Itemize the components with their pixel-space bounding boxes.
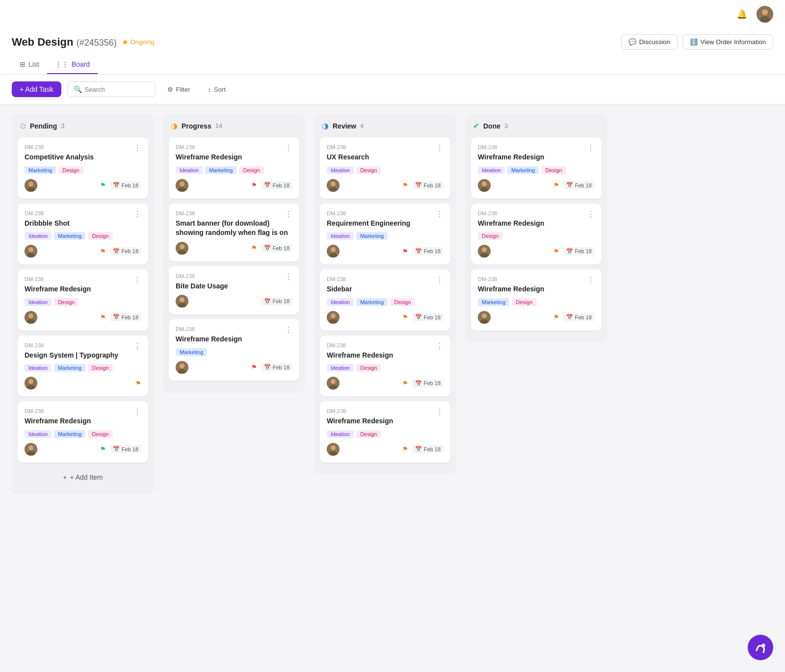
tag-design: Design	[390, 298, 415, 306]
tab-board[interactable]: ⋮⋮ Board	[47, 55, 98, 74]
order-info-button[interactable]: ℹ️ View Order Information	[682, 34, 773, 50]
card-header-row: DM-238 ⋮	[176, 144, 292, 153]
card[interactable]: DM-238 ⋮ Wireframe Redesign IdeationMark…	[471, 137, 602, 199]
card-header-row: DM-238 ⋮	[25, 342, 141, 351]
date-text: Feb 18	[273, 245, 289, 251]
status-dot	[123, 40, 128, 45]
card-menu-button[interactable]: ⋮	[133, 275, 141, 284]
tag-design: Design	[541, 166, 566, 174]
sort-button[interactable]: ↕ Sort	[202, 82, 232, 97]
card[interactable]: DM-238 ⋮ UX Research IdeationDesign ⚑ 📅F…	[320, 137, 450, 199]
card-footer: ⚑ 📅Feb 18	[25, 311, 141, 324]
date-badge: 📅Feb 18	[261, 181, 292, 189]
card-avatar	[176, 295, 188, 308]
tag-design: Design	[356, 364, 381, 372]
card-id: DM-238	[25, 210, 44, 216]
flag-icon: ⚑	[553, 313, 559, 321]
svg-point-28	[180, 363, 184, 368]
card-avatar	[25, 179, 37, 192]
card-menu-button[interactable]: ⋮	[436, 275, 444, 284]
card-header-row: DM-238 ⋮	[25, 210, 141, 219]
filter-label: Filter	[176, 86, 190, 93]
svg-point-34	[331, 247, 336, 252]
card-id: DM-238	[478, 276, 497, 282]
card-footer: ⚑ 📅Feb 18	[478, 245, 595, 258]
card-avatar	[327, 443, 340, 456]
card-footer: ⚑ 📅Feb 18	[327, 179, 444, 192]
card[interactable]: DM-238 ⋮ Wireframe Redesign Marketing ⚑ …	[169, 319, 299, 381]
column-progress: ◑ Progress 14 DM-238 ⋮ Wireframe Redesig…	[163, 114, 305, 392]
card-menu-button[interactable]: ⋮	[587, 209, 595, 219]
add-task-button[interactable]: + Add Task	[12, 81, 61, 97]
card-menu-button[interactable]: ⋮	[285, 143, 292, 153]
calendar-icon: 📅	[113, 248, 120, 255]
tag-design: Design	[512, 298, 536, 306]
card[interactable]: DM-238 ⋮ Bite Date Usage 📅Feb 18	[169, 266, 299, 315]
flag-icon: ⚑	[402, 248, 408, 255]
flag-icon: ⚑	[553, 181, 559, 189]
notification-icon[interactable]: 🔔	[734, 6, 750, 22]
card-menu-button[interactable]: ⋮	[285, 272, 292, 282]
card[interactable]: DM-238 ⋮ Wireframe Redesign IdeationDesi…	[18, 269, 148, 331]
card[interactable]: DM-238 ⋮ Competitive Analysis MarketingD…	[18, 137, 148, 199]
card-tags: IdeationMarketing	[327, 232, 444, 240]
search-input[interactable]	[85, 86, 144, 93]
calendar-icon: 📅	[415, 446, 422, 452]
card-avatar	[327, 377, 340, 389]
card-menu-button[interactable]: ⋮	[587, 275, 595, 284]
tag-ideation: Ideation	[176, 166, 203, 174]
search-box[interactable]: 🔍	[67, 81, 156, 97]
card[interactable]: DM-238 ⋮ Dribbble Shot IdeationMarketing…	[18, 204, 148, 265]
date-text: Feb 18	[122, 446, 138, 452]
card-menu-button[interactable]: ⋮	[436, 143, 444, 153]
list-icon: ⊞	[20, 60, 26, 68]
date-text: Feb 18	[122, 182, 138, 188]
card-meta: ⚑ 📅Feb 18	[553, 313, 595, 321]
card-menu-button[interactable]: ⋮	[133, 209, 141, 219]
card-menu-button[interactable]: ⋮	[436, 341, 444, 351]
card-menu-button[interactable]: ⋮	[587, 143, 595, 153]
card-menu-button[interactable]: ⋮	[133, 341, 141, 351]
card-menu-button[interactable]: ⋮	[436, 209, 444, 219]
card[interactable]: DM-238 ⋮ Wireframe Redesign IdeationMark…	[18, 401, 148, 463]
card-menu-button[interactable]: ⋮	[133, 407, 141, 416]
card[interactable]: DM-238 ⋮ Wireframe Redesign IdeationMark…	[169, 137, 299, 199]
card[interactable]: DM-238 ⋮ Wireframe Redesign MarketingDes…	[471, 269, 602, 331]
col-header-progress: ◑ Progress 14	[169, 121, 299, 130]
card-footer: ⚑ 📅Feb 18	[176, 179, 292, 192]
calendar-icon: 📅	[415, 314, 422, 320]
tab-list[interactable]: ⊞ List	[12, 55, 47, 74]
card-footer: ⚑ 📅Feb 18	[25, 245, 141, 258]
card-title: Competitive Analysis	[25, 153, 141, 162]
calendar-icon: 📅	[113, 314, 120, 320]
card-title: Wireframe Redesign	[176, 153, 292, 162]
card[interactable]: DM-238 ⋮ Wireframe Redesign IdeationDesi…	[320, 401, 450, 463]
title-row: Web Design (#245356) Ongoing	[12, 36, 155, 49]
col-title-review: Review	[333, 122, 356, 130]
filter-button[interactable]: ⚙ Filter	[161, 82, 196, 97]
card-meta: 📅Feb 18	[261, 297, 292, 306]
col-header-done: ✔ Done 3	[471, 121, 602, 130]
card[interactable]: DM-238 ⋮ Requirement Engineering Ideatio…	[320, 204, 450, 265]
card-menu-button[interactable]: ⋮	[133, 143, 141, 153]
card-menu-button[interactable]: ⋮	[285, 209, 292, 219]
card-id: DM-238	[25, 342, 44, 348]
card[interactable]: DM-238 ⋮ Design System | Typography Idea…	[18, 336, 148, 397]
card-tags: MarketingDesign	[478, 298, 595, 306]
card-header-row: DM-238 ⋮	[25, 408, 141, 416]
date-badge: 📅Feb 18	[412, 379, 444, 388]
card-menu-button[interactable]: ⋮	[285, 325, 292, 335]
card-avatar	[176, 361, 188, 374]
card-id: DM-238	[25, 408, 44, 414]
discussion-button[interactable]: 💬 Discussion	[621, 34, 678, 50]
card-menu-button[interactable]: ⋮	[436, 407, 444, 416]
date-text: Feb 18	[424, 446, 441, 452]
card[interactable]: DM-238 ⋮ Wireframe Redesign IdeationDesi…	[320, 336, 450, 397]
card[interactable]: DM-238 ⋮ Sidebar IdeationMarketingDesign…	[320, 269, 450, 331]
user-avatar[interactable]	[757, 6, 773, 23]
add-task-label: + Add Task	[20, 85, 53, 93]
add-item-button[interactable]: + + Add Item	[18, 467, 148, 487]
date-text: Feb 18	[575, 248, 592, 254]
card[interactable]: DM-238 ⋮ Wireframe Redesign Design ⚑ 📅Fe…	[471, 204, 602, 265]
card[interactable]: DM-238 ⋮ Smart banner (for download) sho…	[169, 204, 299, 261]
